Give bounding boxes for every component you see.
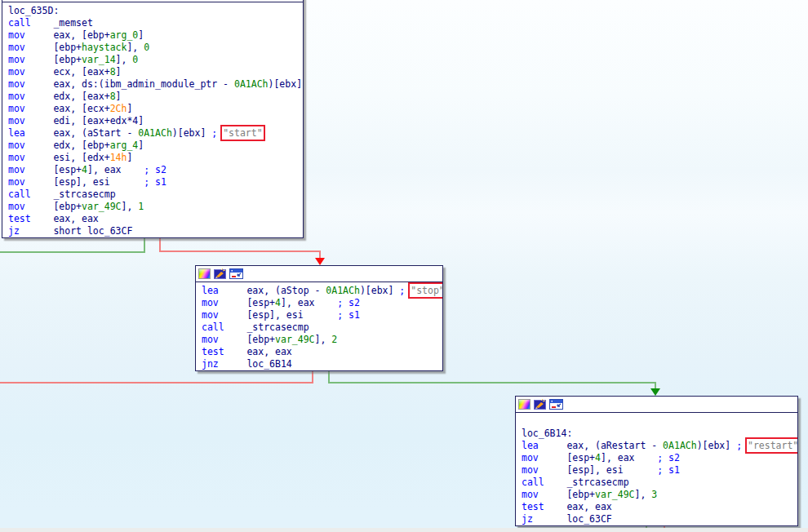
asm-token: _strcasecmp xyxy=(31,188,116,200)
asm-line[interactable]: lea eax, (aStart - 0A1ACh)[ebx] ; "start… xyxy=(8,127,303,140)
asm-token: 8 xyxy=(110,66,116,78)
asm-token: ; xyxy=(399,285,411,296)
asm-token: mov xyxy=(522,452,539,463)
edit-node-icon[interactable] xyxy=(214,268,226,279)
asm-line[interactable]: mov edi, [eax+edx*4] xyxy=(8,115,303,127)
asm-token: lea xyxy=(522,440,539,451)
asm-token: 0 xyxy=(144,42,149,53)
asm-token: [ebp+ xyxy=(25,201,82,212)
asm-line[interactable]: mov eax, [ecx+2Ch] xyxy=(8,103,303,115)
asm-token: 4 xyxy=(82,164,87,175)
asm-token: 0A1ACh xyxy=(234,78,269,90)
asm-line[interactable]: call _strcasecmp xyxy=(202,321,442,334)
asm-token: var_49C xyxy=(595,489,634,500)
group-node-icon[interactable] xyxy=(229,268,243,279)
edit-node-icon[interactable] xyxy=(534,399,546,410)
group-node-icon[interactable] xyxy=(549,399,563,410)
asm-token: var_49C xyxy=(275,334,314,345)
asm-line[interactable]: mov [esp], esi ; s1 xyxy=(8,176,303,188)
graph-canvas[interactable]: loc_635D:call _memsetmov eax, [ebp+arg_0… xyxy=(0,0,808,532)
asm-line[interactable]: mov eax, ds:(ibm_admin_module_ptr - 0A1A… xyxy=(8,78,303,91)
asm-line[interactable]: mov edx, [eax+8] xyxy=(8,91,303,103)
asm-line[interactable]: mov [ebp+var_49C], 1 xyxy=(8,201,303,213)
asm-line[interactable]: mov [esp+4], eax ; s2 xyxy=(522,452,797,464)
asm-line[interactable]: mov esi, [edx+14h] xyxy=(8,152,303,164)
asm-line[interactable]: call _memset xyxy=(8,17,303,29)
asm-token: edx, [eax+ xyxy=(25,91,110,102)
asm-line[interactable]: jz loc_63CF xyxy=(522,513,797,525)
asm-token: mov xyxy=(202,334,219,345)
string-highlight-box: "stop" xyxy=(411,285,442,296)
asm-line[interactable]: test eax, eax xyxy=(522,501,797,513)
asm-token: ] xyxy=(138,29,144,41)
asm-token: arg_0 xyxy=(110,29,139,41)
window-bottom-strip xyxy=(0,528,808,532)
asm-line[interactable]: mov eax, [ebp+arg_0] xyxy=(8,29,303,42)
asm-token: 4 xyxy=(275,297,281,308)
asm-token: var_49C xyxy=(82,201,121,212)
asm-line[interactable]: lea eax, (aRestart - 0A1ACh)[ebx] ; "res… xyxy=(522,440,797,452)
asm-token: call xyxy=(522,477,544,488)
asm-token: eax, eax xyxy=(224,346,292,357)
asm-line[interactable]: call _strcasecmp xyxy=(522,477,797,489)
asm-token: eax, eax xyxy=(544,501,612,512)
asm-token: 8 xyxy=(110,91,116,102)
asm-token: eax, (aRestart - xyxy=(539,440,663,451)
asm-token: [esp], esi xyxy=(539,464,624,476)
asm-line[interactable]: mov [esp], esi ; s1 xyxy=(522,464,797,477)
asm-line[interactable]: mov [ebp+haystack], 0 xyxy=(8,42,303,54)
asm-line[interactable]: loc_6B14: xyxy=(522,428,797,440)
asm-token: ; s2 xyxy=(122,164,166,175)
node-titlebar xyxy=(196,266,442,282)
asm-line[interactable] xyxy=(522,415,797,428)
asm-line[interactable]: test eax, eax xyxy=(8,213,303,225)
asm-token: mov xyxy=(522,489,539,500)
asm-line[interactable]: call _strcasecmp xyxy=(8,188,303,201)
asm-token: loc_6B14: xyxy=(522,428,572,439)
asm-token: )[ebx] xyxy=(269,78,303,90)
asm-token: lea xyxy=(8,127,25,139)
asm-line[interactable]: jz short loc_63CF xyxy=(8,225,303,237)
asm-token: mov xyxy=(8,152,25,163)
asm-token: jnz xyxy=(202,358,219,370)
graph-node-loc_635D[interactable]: loc_635D:call _memsetmov eax, [ebp+arg_0… xyxy=(2,0,304,238)
asm-token: ; s1 xyxy=(110,176,166,188)
asm-line[interactable]: loc_635D: xyxy=(8,5,303,17)
asm-token: ] xyxy=(127,103,132,114)
asm-line[interactable]: mov [ebp+var_49C], 2 xyxy=(202,334,442,346)
asm-line[interactable]: test eax, eax xyxy=(202,346,442,358)
asm-line[interactable]: mov ecx, [eax+8] xyxy=(8,66,303,78)
asm-token: haystack xyxy=(82,42,127,53)
node-body: loc_635D:call _memsetmov eax, [ebp+arg_0… xyxy=(2,2,303,237)
asm-token: mov xyxy=(8,103,25,114)
asm-token: mov xyxy=(8,201,25,212)
asm-line[interactable]: mov [esp+4], eax ; s2 xyxy=(8,164,303,176)
node-body: lea eax, (aStop - 0A1ACh)[ebx] ; "stop"m… xyxy=(196,282,442,370)
asm-token: mov xyxy=(202,309,219,321)
graph-node-stop-compare[interactable]: lea eax, (aStop - 0A1ACh)[ebx] ; "stop"m… xyxy=(195,265,443,371)
asm-line[interactable]: mov [ebp+var_49C], 3 xyxy=(522,489,797,501)
asm-token: _memset xyxy=(31,17,93,29)
node-color-icon[interactable] xyxy=(518,399,531,410)
asm-line[interactable]: mov edx, [ebp+arg_4] xyxy=(8,140,303,152)
asm-token: [esp+ xyxy=(219,297,275,308)
asm-token: test xyxy=(522,501,544,512)
node-color-icon[interactable] xyxy=(198,268,211,279)
asm-line[interactable]: mov [esp+4], eax ; s2 xyxy=(202,297,442,309)
asm-line[interactable]: mov [ebp+var_14], 0 xyxy=(8,54,303,66)
asm-token: edi, [eax+edx*4] xyxy=(25,115,144,126)
asm-token: ], eax xyxy=(601,452,635,463)
string-highlight-box: "restart" xyxy=(748,440,797,451)
asm-token: ], xyxy=(116,54,133,65)
asm-line[interactable]: lea eax, (aStop - 0A1ACh)[ebx] ; "stop" xyxy=(202,285,442,297)
asm-token: loc_63CF xyxy=(533,513,612,525)
asm-token: ], xyxy=(315,334,332,345)
asm-line[interactable]: jnz loc_6B14 xyxy=(202,358,442,370)
graph-node-loc_6B14[interactable]: loc_6B14:lea eax, (aRestart - 0A1ACh)[eb… xyxy=(515,396,798,526)
asm-token: [ebp+ xyxy=(219,334,275,345)
asm-token: 1 xyxy=(138,201,144,212)
asm-line[interactable]: mov [esp], esi ; s1 xyxy=(202,309,442,321)
asm-token: [ebp+ xyxy=(25,54,82,65)
asm-token: [esp+ xyxy=(539,452,595,463)
asm-token: 0A1ACh xyxy=(326,285,360,296)
